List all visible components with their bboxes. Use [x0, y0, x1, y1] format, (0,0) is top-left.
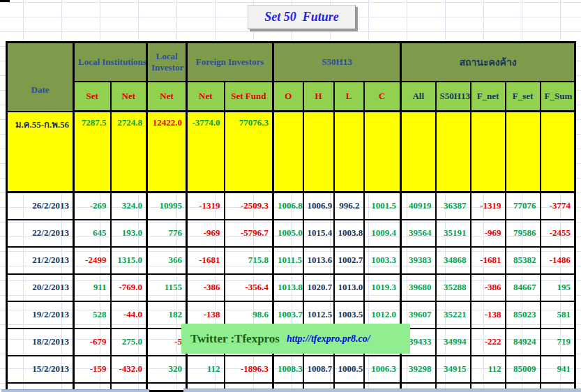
value-cell[interactable]: 112	[471, 356, 506, 383]
header-local-investor[interactable]: Local Investor	[147, 43, 187, 82]
value-cell[interactable]: 40919	[401, 193, 436, 220]
value-cell[interactable]: 35221	[436, 301, 471, 329]
subheader-s50h13[interactable]: S50H13	[436, 82, 471, 112]
subheader-f-sum[interactable]: F_Sum	[541, 82, 575, 112]
value-cell[interactable]	[147, 383, 187, 391]
value-cell[interactable]: 193.0	[111, 220, 147, 247]
watermark-url-link[interactable]: http://tfexpro.pr8.co/	[287, 333, 370, 345]
value-cell[interactable]: 39298	[401, 356, 436, 383]
value-cell[interactable]: 1015.4	[303, 220, 334, 247]
value-cell[interactable]: 195	[541, 274, 575, 301]
value-cell[interactable]: 79586	[506, 220, 541, 247]
value-cell[interactable]: 1155	[147, 274, 187, 301]
title-button[interactable]: Set 50 Future	[248, 5, 356, 29]
date-cell[interactable]: 22/2/2013	[7, 220, 74, 247]
value-cell[interactable]: 77076.3	[225, 112, 273, 193]
value-cell[interactable]: 10995	[147, 193, 187, 220]
header-s50h13[interactable]: S50H13	[273, 43, 401, 82]
value-cell[interactable]: -1319	[187, 193, 225, 220]
value-cell[interactable]: 1020.7	[303, 274, 334, 301]
date-cell[interactable]: 20/2/2013	[7, 274, 74, 301]
value-cell[interactable]: -386	[187, 274, 225, 301]
value-cell[interactable]: 1003.8	[334, 220, 364, 247]
value-cell[interactable]: -356.4	[225, 274, 273, 301]
header-date[interactable]: Date	[7, 43, 74, 112]
value-cell[interactable]: 36387	[436, 193, 471, 220]
value-cell[interactable]: 1013.0	[334, 274, 364, 301]
subheader-o[interactable]: O	[273, 82, 303, 112]
value-cell[interactable]: -432.0	[111, 356, 147, 383]
value-cell[interactable]: 1006.3	[364, 356, 401, 383]
subheader-l[interactable]: L	[334, 82, 364, 112]
value-cell[interactable]: 34915	[436, 356, 471, 383]
value-cell[interactable]	[273, 112, 303, 193]
value-cell[interactable]: -1681	[187, 247, 225, 274]
value-cell[interactable]: -3774	[541, 193, 575, 220]
value-cell[interactable]: -159	[74, 356, 111, 383]
value-cell[interactable]: 85009	[506, 356, 541, 383]
value-cell[interactable]: -3774.0	[187, 112, 225, 193]
value-cell[interactable]: -44.0	[111, 301, 147, 329]
value-cell[interactable]: 1019.3	[364, 274, 401, 301]
value-cell[interactable]: 1001.5	[364, 193, 401, 220]
value-cell[interactable]: 85023	[506, 301, 541, 329]
value-cell[interactable]: 34994	[436, 329, 471, 356]
subheader-net-foreign[interactable]: Net	[187, 82, 225, 112]
value-cell[interactable]	[334, 112, 364, 193]
value-cell[interactable]: 324.0	[111, 193, 147, 220]
value-cell[interactable]: -969	[187, 220, 225, 247]
subheader-f-set[interactable]: F_set	[506, 82, 541, 112]
value-cell[interactable]: 39383	[401, 247, 436, 274]
value-cell[interactable]: -1319	[471, 193, 506, 220]
value-cell[interactable]: -2455	[541, 220, 575, 247]
value-cell[interactable]: 12422.0	[147, 112, 187, 193]
value-cell[interactable]: 182	[147, 301, 187, 329]
value-cell[interactable]: 35288	[436, 274, 471, 301]
value-cell[interactable]: 320	[147, 356, 187, 383]
value-cell[interactable]: 77076	[506, 193, 541, 220]
value-cell[interactable]: 366	[147, 247, 187, 274]
value-cell[interactable]: -679	[74, 329, 111, 356]
value-cell[interactable]: 1011.5	[273, 247, 303, 274]
value-cell[interactable]: 84924	[506, 329, 541, 356]
date-cell[interactable]: 19/2/2013	[7, 301, 74, 329]
header-foreign-investors[interactable]: Foreign Investors	[187, 43, 273, 82]
value-cell[interactable]: 715.8	[225, 247, 273, 274]
value-cell[interactable]: 911	[74, 274, 111, 301]
date-cell[interactable]: ม.ค.55-ก.พ.56	[7, 112, 74, 193]
date-cell[interactable]: 18/2/2013	[7, 329, 74, 356]
value-cell[interactable]: -5	[147, 329, 187, 356]
value-cell[interactable]: 1006.8	[273, 193, 303, 220]
value-cell[interactable]	[471, 112, 506, 193]
value-cell[interactable]: 581	[541, 301, 575, 329]
date-cell[interactable]: 21/2/2013	[7, 247, 74, 274]
value-cell[interactable]: -269	[74, 193, 111, 220]
value-cell[interactable]: 35191	[436, 220, 471, 247]
value-cell[interactable]: 2724.8	[111, 112, 147, 193]
value-cell[interactable]: 1005.0	[273, 220, 303, 247]
value-cell[interactable]: 1013.8	[273, 274, 303, 301]
value-cell[interactable]: 776	[147, 220, 187, 247]
value-cell[interactable]: 1013.6	[303, 247, 334, 274]
date-cell[interactable]: 26/2/2013	[7, 193, 74, 220]
value-cell[interactable]: -969	[471, 220, 506, 247]
value-cell[interactable]: 645	[74, 220, 111, 247]
subheader-all[interactable]: All	[401, 82, 436, 112]
value-cell[interactable]: 1315.0	[111, 247, 147, 274]
value-cell[interactable]: 719	[541, 329, 575, 356]
value-cell[interactable]: 1000.5	[334, 356, 364, 383]
value-cell[interactable]	[541, 112, 575, 193]
value-cell[interactable]: 275.0	[111, 329, 147, 356]
value-cell[interactable]	[401, 112, 436, 193]
value-cell[interactable]: 1003.3	[364, 247, 401, 274]
header-outstanding[interactable]: สถานะคงค้าง	[401, 43, 575, 82]
subheader-net-investor[interactable]: Net	[147, 82, 187, 112]
value-cell[interactable]: -1896.3	[225, 356, 273, 383]
value-cell[interactable]: 528	[74, 301, 111, 329]
subheader-h[interactable]: H	[303, 82, 334, 112]
value-cell[interactable]	[364, 112, 401, 193]
value-cell[interactable]: -386	[471, 274, 506, 301]
value-cell[interactable]: 1008.3	[273, 356, 303, 383]
value-cell[interactable]	[506, 112, 541, 193]
value-cell[interactable]: 39680	[401, 274, 436, 301]
